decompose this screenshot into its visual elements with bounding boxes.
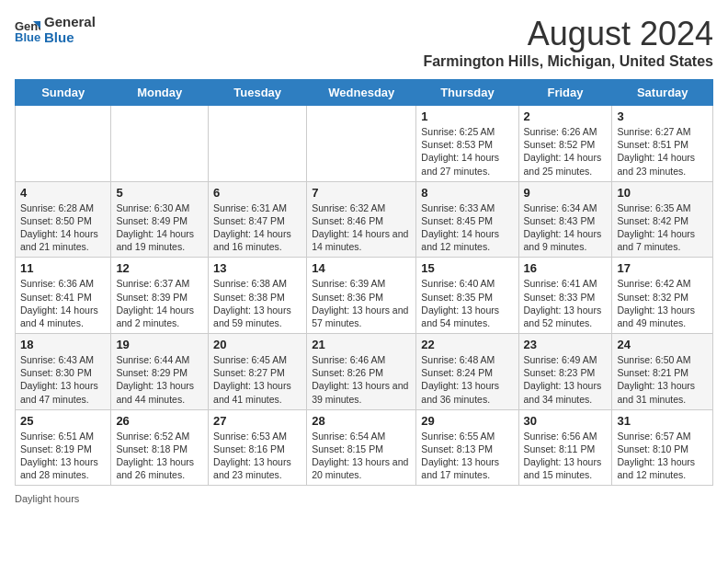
calendar-cell: 12Sunrise: 6:37 AM Sunset: 8:39 PM Dayli… [111,258,209,334]
day-info: Sunrise: 6:38 AM Sunset: 8:38 PM Dayligh… [213,277,301,329]
day-info: Sunrise: 6:25 AM Sunset: 8:53 PM Dayligh… [421,125,513,178]
day-info: Sunrise: 6:49 AM Sunset: 8:23 PM Dayligh… [524,353,608,406]
day-info: Sunrise: 6:44 AM Sunset: 8:29 PM Dayligh… [116,353,203,406]
day-number: 12 [116,261,203,275]
day-number: 4 [20,186,106,200]
calendar-cell: 4Sunrise: 6:28 AM Sunset: 8:50 PM Daylig… [16,181,111,258]
day-info: Sunrise: 6:30 AM Sunset: 8:49 PM Dayligh… [116,201,203,254]
calendar-cell: 23Sunrise: 6:49 AM Sunset: 8:23 PM Dayli… [518,334,612,410]
calendar-cell: 14Sunrise: 6:39 AM Sunset: 8:36 PM Dayli… [307,258,416,334]
day-info: Sunrise: 6:57 AM Sunset: 8:10 PM Dayligh… [617,430,708,482]
day-number: 28 [312,414,411,428]
calendar-cell [16,106,111,182]
day-info: Sunrise: 6:48 AM Sunset: 8:24 PM Dayligh… [421,353,513,406]
calendar-cell: 13Sunrise: 6:38 AM Sunset: 8:38 PM Dayli… [209,258,307,334]
day-number: 1 [421,109,513,123]
day-number: 9 [524,186,608,200]
day-info: Sunrise: 6:36 AM Sunset: 8:41 PM Dayligh… [20,277,106,329]
day-info: Sunrise: 6:55 AM Sunset: 8:13 PM Dayligh… [421,430,513,482]
day-number: 25 [20,414,106,428]
day-number: 13 [213,261,301,275]
day-number: 14 [312,261,411,275]
calendar-cell: 8Sunrise: 6:33 AM Sunset: 8:45 PM Daylig… [416,181,518,258]
day-info: Sunrise: 6:35 AM Sunset: 8:42 PM Dayligh… [617,201,708,254]
calendar-cell: 9Sunrise: 6:34 AM Sunset: 8:43 PM Daylig… [518,181,612,258]
day-number: 16 [524,261,608,275]
calendar-cell: 29Sunrise: 6:55 AM Sunset: 8:13 PM Dayli… [416,409,518,486]
calendar-cell: 22Sunrise: 6:48 AM Sunset: 8:24 PM Dayli… [416,334,518,410]
day-number: 29 [421,414,513,428]
day-number: 15 [421,261,513,275]
calendar-cell: 30Sunrise: 6:56 AM Sunset: 8:11 PM Dayli… [518,409,612,486]
calendar-cell: 1Sunrise: 6:25 AM Sunset: 8:53 PM Daylig… [416,106,518,182]
day-number: 11 [20,261,106,275]
day-info: Sunrise: 6:45 AM Sunset: 8:27 PM Dayligh… [213,353,301,406]
day-info: Sunrise: 6:37 AM Sunset: 8:39 PM Dayligh… [116,277,203,329]
header: General Blue General Blue August 2024 Fa… [15,15,713,70]
calendar-cell: 6Sunrise: 6:31 AM Sunset: 8:47 PM Daylig… [209,181,307,258]
day-number: 8 [421,186,513,200]
header-cell-tuesday: Tuesday [209,80,307,106]
day-number: 6 [213,186,301,200]
day-number: 20 [213,338,301,351]
calendar-cell: 15Sunrise: 6:40 AM Sunset: 8:35 PM Dayli… [416,258,518,334]
day-info: Sunrise: 6:46 AM Sunset: 8:26 PM Dayligh… [312,353,411,406]
day-number: 27 [213,414,301,428]
logo-line2: Blue [44,30,96,46]
day-info: Sunrise: 6:56 AM Sunset: 8:11 PM Dayligh… [524,430,608,482]
calendar-cell: 25Sunrise: 6:51 AM Sunset: 8:19 PM Dayli… [16,409,111,486]
day-info: Sunrise: 6:33 AM Sunset: 8:45 PM Dayligh… [421,201,513,254]
footer: Daylight hours [15,493,713,504]
calendar-cell: 19Sunrise: 6:44 AM Sunset: 8:29 PM Dayli… [111,334,209,410]
calendar-cell: 2Sunrise: 6:26 AM Sunset: 8:52 PM Daylig… [518,106,612,182]
calendar-cell: 5Sunrise: 6:30 AM Sunset: 8:49 PM Daylig… [111,181,209,258]
calendar-week-2: 4Sunrise: 6:28 AM Sunset: 8:50 PM Daylig… [16,181,713,258]
day-number: 3 [617,109,708,123]
svg-text:Blue: Blue [15,30,40,43]
header-cell-wednesday: Wednesday [307,80,416,106]
calendar-cell: 10Sunrise: 6:35 AM Sunset: 8:42 PM Dayli… [612,181,713,258]
calendar-cell: 31Sunrise: 6:57 AM Sunset: 8:10 PM Dayli… [612,409,713,486]
calendar-cell: 11Sunrise: 6:36 AM Sunset: 8:41 PM Dayli… [16,258,111,334]
day-info: Sunrise: 6:42 AM Sunset: 8:32 PM Dayligh… [617,277,708,329]
day-number: 30 [524,414,608,428]
header-cell-sunday: Sunday [16,80,111,106]
day-number: 21 [312,338,411,351]
day-info: Sunrise: 6:40 AM Sunset: 8:35 PM Dayligh… [421,277,513,329]
day-info: Sunrise: 6:43 AM Sunset: 8:30 PM Dayligh… [20,353,106,406]
day-info: Sunrise: 6:32 AM Sunset: 8:46 PM Dayligh… [312,201,411,254]
day-number: 18 [20,338,106,351]
calendar-week-3: 11Sunrise: 6:36 AM Sunset: 8:41 PM Dayli… [16,258,713,334]
day-number: 31 [617,414,708,428]
calendar-cell: 28Sunrise: 6:54 AM Sunset: 8:15 PM Dayli… [307,409,416,486]
calendar-week-5: 25Sunrise: 6:51 AM Sunset: 8:19 PM Dayli… [16,409,713,486]
day-info: Sunrise: 6:52 AM Sunset: 8:18 PM Dayligh… [116,430,203,482]
day-number: 22 [421,338,513,351]
day-info: Sunrise: 6:34 AM Sunset: 8:43 PM Dayligh… [524,201,608,254]
header-cell-friday: Friday [518,80,612,106]
day-info: Sunrise: 6:26 AM Sunset: 8:52 PM Dayligh… [524,125,608,178]
calendar-cell [209,106,307,182]
day-info: Sunrise: 6:31 AM Sunset: 8:47 PM Dayligh… [213,201,301,254]
subtitle: Farmington Hills, Michigan, United State… [423,53,713,70]
day-number: 17 [617,261,708,275]
title-area: August 2024 Farmington Hills, Michigan, … [423,15,713,70]
calendar-cell: 21Sunrise: 6:46 AM Sunset: 8:26 PM Dayli… [307,334,416,410]
calendar-cell: 26Sunrise: 6:52 AM Sunset: 8:18 PM Dayli… [111,409,209,486]
calendar-body: 1Sunrise: 6:25 AM Sunset: 8:53 PM Daylig… [16,106,713,486]
day-info: Sunrise: 6:50 AM Sunset: 8:21 PM Dayligh… [617,353,708,406]
day-number: 10 [617,186,708,200]
logo-icon: General Blue [15,17,40,43]
calendar-cell: 17Sunrise: 6:42 AM Sunset: 8:32 PM Dayli… [612,258,713,334]
logo-line1: General [44,15,96,30]
day-number: 5 [116,186,203,200]
day-info: Sunrise: 6:27 AM Sunset: 8:51 PM Dayligh… [617,125,708,178]
header-row: SundayMondayTuesdayWednesdayThursdayFrid… [16,80,713,106]
calendar-cell [307,106,416,182]
day-number: 24 [617,338,708,351]
calendar-header: SundayMondayTuesdayWednesdayThursdayFrid… [16,80,713,106]
calendar-cell [111,106,209,182]
header-cell-saturday: Saturday [612,80,713,106]
header-cell-monday: Monday [111,80,209,106]
logo: General Blue General Blue [15,15,96,45]
